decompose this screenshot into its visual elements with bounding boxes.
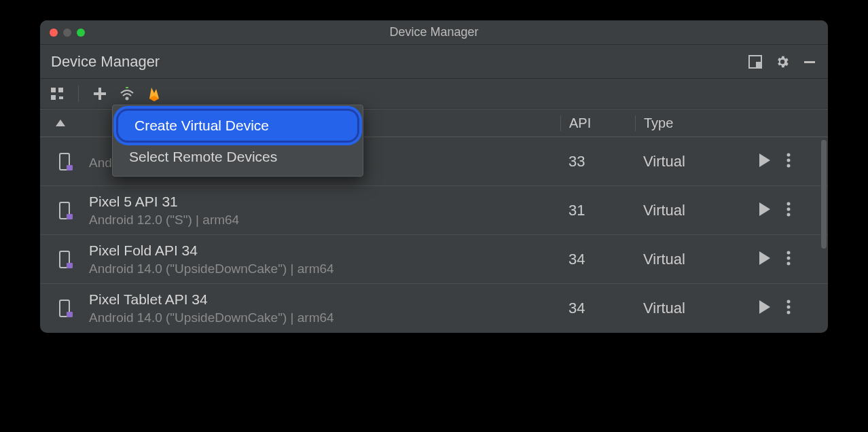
- phone-icon: [58, 300, 73, 317]
- svg-rect-17: [67, 214, 73, 219]
- menu-select-remote-devices[interactable]: Select Remote Devices: [113, 142, 363, 172]
- minimize-panel-icon[interactable]: [802, 54, 817, 69]
- device-type: Virtual: [635, 153, 737, 170]
- device-api: 33: [560, 153, 635, 170]
- svg-point-20: [787, 213, 791, 216]
- device-api: 31: [560, 202, 635, 219]
- device-type: Virtual: [635, 300, 737, 317]
- device-row[interactable]: Pixel Tablet API 34 Android 14.0 ("Upsid…: [40, 284, 828, 333]
- svg-point-19: [787, 207, 791, 211]
- device-name: Pixel Tablet API 34: [89, 291, 552, 308]
- svg-point-23: [787, 251, 791, 254]
- svg-rect-3: [51, 88, 56, 92]
- device-api: 34: [560, 300, 635, 317]
- svg-point-24: [787, 256, 791, 259]
- svg-rect-5: [51, 95, 56, 100]
- svg-point-30: [787, 311, 791, 314]
- panel-title: Device Manager: [51, 53, 748, 71]
- svg-rect-10: [126, 87, 128, 88]
- device-name: Pixel Fold API 34: [89, 242, 552, 259]
- window-mode-icon[interactable]: [748, 54, 763, 69]
- svg-rect-27: [67, 312, 73, 317]
- svg-rect-8: [94, 92, 106, 95]
- device-type: Virtual: [635, 251, 737, 268]
- titlebar: Device Manager: [40, 20, 828, 45]
- svg-point-14: [787, 158, 791, 162]
- svg-point-28: [787, 300, 791, 304]
- type-column-header[interactable]: Type: [635, 115, 737, 131]
- view-options-icon[interactable]: [50, 86, 65, 101]
- svg-point-9: [126, 97, 128, 99]
- phone-icon: [58, 153, 73, 170]
- svg-rect-22: [67, 263, 73, 268]
- play-icon[interactable]: [758, 202, 772, 219]
- svg-rect-6: [59, 96, 63, 99]
- sort-asc-icon: [56, 120, 65, 126]
- device-subtitle: Android 14.0 ("UpsideDownCake") | arm64: [89, 262, 552, 276]
- phone-icon: [58, 251, 73, 268]
- play-icon[interactable]: [758, 153, 772, 170]
- more-icon[interactable]: [786, 202, 791, 219]
- play-icon[interactable]: [758, 251, 772, 268]
- device-type: Virtual: [635, 202, 737, 219]
- menu-create-virtual-device[interactable]: Create Virtual Device: [118, 111, 357, 141]
- gear-icon[interactable]: [775, 54, 790, 69]
- svg-point-15: [787, 164, 791, 167]
- more-icon[interactable]: [786, 300, 791, 317]
- svg-rect-1: [756, 62, 761, 68]
- panel-header: Device Manager: [40, 45, 828, 79]
- firebase-icon[interactable]: [147, 86, 162, 101]
- svg-point-18: [787, 202, 791, 205]
- more-icon[interactable]: [786, 153, 791, 170]
- svg-point-13: [787, 153, 791, 156]
- device-api: 34: [560, 251, 635, 268]
- toolbar-separator: [78, 86, 79, 102]
- toolbar: Create Virtual Device Select Remote Devi…: [40, 79, 828, 109]
- phone-icon: [58, 202, 73, 219]
- api-column-header[interactable]: API: [560, 115, 635, 131]
- more-icon[interactable]: [786, 251, 791, 268]
- device-row[interactable]: Pixel Fold API 34 Android 14.0 ("UpsideD…: [40, 235, 828, 284]
- device-row[interactable]: Pixel 5 API 31 Android 12.0 ("S") | arm6…: [40, 186, 828, 235]
- device-name: Pixel 5 API 31: [89, 194, 552, 210]
- add-device-icon[interactable]: [92, 86, 107, 101]
- add-device-menu: Create Virtual Device Select Remote Devi…: [112, 105, 363, 177]
- svg-rect-2: [804, 61, 815, 63]
- device-subtitle: Android 14.0 ("UpsideDownCake") | arm64: [89, 310, 552, 325]
- device-subtitle: Android 12.0 ("S") | arm64: [89, 213, 552, 228]
- svg-point-25: [787, 262, 791, 265]
- play-icon[interactable]: [758, 300, 772, 317]
- device-manager-window: Device Manager Device Manager: [40, 20, 828, 333]
- svg-rect-4: [58, 88, 63, 92]
- svg-rect-12: [67, 165, 73, 170]
- sort-column-header[interactable]: [40, 120, 81, 126]
- wifi-pair-icon[interactable]: [120, 86, 134, 101]
- panel-actions: [748, 54, 817, 69]
- vertical-scrollbar[interactable]: [821, 140, 827, 249]
- window-title: Device Manager: [40, 25, 828, 39]
- svg-point-29: [787, 306, 791, 309]
